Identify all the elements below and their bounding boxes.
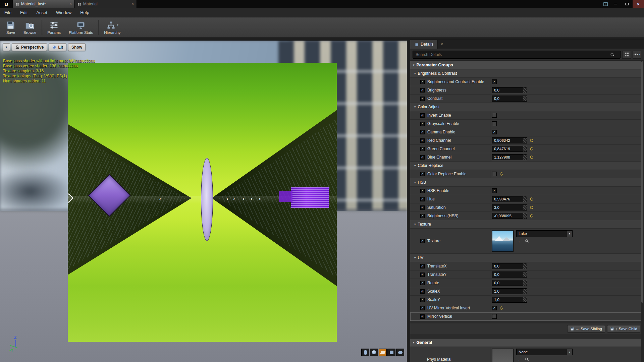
- browse-button[interactable]: Browse: [19, 18, 40, 37]
- texture-select[interactable]: Lake▾: [516, 230, 573, 237]
- value-field[interactable]: 0,590476: [492, 196, 527, 202]
- override-checkbox[interactable]: ✓: [420, 214, 425, 218]
- value-slider-nub[interactable]: [523, 196, 527, 202]
- value-slider-nub[interactable]: [523, 280, 527, 286]
- phys-material-select[interactable]: None▾: [516, 349, 573, 355]
- save-child-button[interactable]: ↓ Save Child: [607, 325, 640, 333]
- value-slider-nub[interactable]: [523, 146, 527, 152]
- value-field[interactable]: 3,0: [492, 204, 527, 210]
- value-slider-nub[interactable]: [523, 213, 527, 219]
- lit-mode-button[interactable]: Lit: [49, 43, 66, 51]
- value-field[interactable]: 0,0: [492, 96, 527, 102]
- close-button[interactable]: ✕: [633, 0, 644, 8]
- value-slider-nub[interactable]: [523, 155, 527, 160]
- parameter-groups-header[interactable]: ▾ Parameter Groups: [410, 61, 644, 69]
- override-checkbox[interactable]: ✓: [420, 113, 425, 118]
- save-sibling-button[interactable]: → Save Sibling: [567, 325, 605, 333]
- use-selected-asset-icon[interactable]: ←: [518, 357, 522, 362]
- scrollbar-thumb[interactable]: [641, 61, 643, 303]
- reset-icon[interactable]: [529, 146, 534, 151]
- perspective-button[interactable]: Perspective: [12, 43, 47, 51]
- value-slider-nub[interactable]: [523, 289, 527, 294]
- override-checkbox[interactable]: ✓: [420, 97, 425, 101]
- mesh-cube-button[interactable]: [387, 349, 395, 356]
- value-field[interactable]: 1,0: [492, 297, 527, 303]
- asset-tab-material[interactable]: Material ×: [75, 0, 137, 8]
- value-field[interactable]: 0,0: [492, 272, 527, 278]
- use-selected-asset-icon[interactable]: ←: [518, 239, 522, 243]
- params-button[interactable]: Params: [43, 18, 65, 37]
- reset-icon[interactable]: [499, 306, 504, 310]
- value-checkbox[interactable]: ✓: [492, 130, 497, 134]
- platform-stats-button[interactable]: Platform Stats: [65, 18, 97, 37]
- value-field[interactable]: 0,0: [492, 280, 527, 286]
- details-scrollbar[interactable]: [641, 61, 644, 362]
- category-color-replace[interactable]: ▾ Color Replace: [410, 162, 644, 170]
- value-field[interactable]: -0,038095: [492, 213, 527, 219]
- menu-file[interactable]: File: [0, 8, 16, 17]
- override-checkbox[interactable]: ✓: [420, 130, 425, 134]
- hierarchy-button[interactable]: ▾ Hierarchy: [100, 18, 124, 37]
- menu-help[interactable]: Help: [76, 8, 94, 17]
- override-checkbox[interactable]: ✓: [420, 306, 425, 310]
- menu-edit[interactable]: Edit: [16, 8, 32, 17]
- override-checkbox[interactable]: ✓: [420, 281, 425, 285]
- menu-window[interactable]: Window: [52, 8, 76, 17]
- value-slider-nub[interactable]: [523, 138, 527, 143]
- reset-icon[interactable]: [529, 197, 534, 201]
- category-color-adjust[interactable]: ▾ Color Adjust: [410, 103, 644, 111]
- reset-icon[interactable]: [499, 172, 504, 176]
- value-checkbox[interactable]: ✓: [492, 314, 497, 319]
- value-field[interactable]: 1,0: [492, 288, 527, 294]
- maximize-button[interactable]: [621, 0, 633, 8]
- asset-tab-material-inst[interactable]: Material_Inst* ×: [13, 0, 75, 8]
- override-checkbox[interactable]: ✓: [420, 189, 425, 193]
- viewport-options-button[interactable]: ▾: [3, 43, 10, 51]
- mesh-plane-button[interactable]: [379, 349, 387, 356]
- override-checkbox[interactable]: ✓: [420, 172, 425, 176]
- override-checkbox[interactable]: ✓: [420, 289, 425, 294]
- override-checkbox[interactable]: ✓: [420, 88, 425, 93]
- value-slider-nub[interactable]: [523, 297, 527, 302]
- preview-viewport[interactable]: › ‹ › ‹ › ‹ ▾ Perspective Lit Show Base …: [0, 40, 407, 362]
- phys-material-thumbnail[interactable]: None: [492, 349, 514, 362]
- value-slider-nub[interactable]: [523, 96, 527, 101]
- minimize-button[interactable]: [610, 0, 621, 8]
- value-checkbox[interactable]: ✓: [492, 188, 497, 193]
- menu-asset[interactable]: Asset: [32, 8, 52, 17]
- category-hsb[interactable]: ▾ HSB: [410, 178, 644, 187]
- details-tab[interactable]: Details: [410, 40, 438, 49]
- details-close-icon[interactable]: ×: [438, 40, 446, 49]
- texture-thumbnail[interactable]: [492, 230, 514, 252]
- view-options-button[interactable]: ▾: [633, 51, 641, 59]
- mesh-teapot-button[interactable]: [396, 349, 404, 356]
- value-field[interactable]: 1,127908: [492, 154, 527, 160]
- show-button[interactable]: Show: [68, 43, 86, 51]
- override-checkbox[interactable]: ✓: [420, 155, 425, 160]
- override-checkbox[interactable]: ✓: [420, 264, 425, 268]
- override-checkbox[interactable]: ✓: [420, 197, 425, 201]
- tab-close-icon[interactable]: ×: [131, 2, 134, 6]
- override-checkbox[interactable]: ✓: [420, 314, 425, 319]
- value-checkbox[interactable]: ✓: [492, 172, 497, 176]
- mesh-cylinder-button[interactable]: [361, 349, 369, 356]
- override-checkbox[interactable]: ✓: [420, 298, 425, 302]
- reset-icon[interactable]: [529, 205, 534, 210]
- override-checkbox[interactable]: ✓: [420, 147, 425, 151]
- value-field[interactable]: 0,847619: [492, 146, 527, 152]
- override-checkbox[interactable]: ✓: [420, 273, 425, 277]
- value-checkbox[interactable]: ✓: [492, 79, 497, 84]
- material-preview-mesh[interactable]: › ‹ › ‹ › ‹: [68, 63, 337, 342]
- mesh-sphere-button[interactable]: [370, 349, 378, 356]
- search-input[interactable]: [413, 51, 621, 59]
- reset-icon[interactable]: [529, 138, 534, 143]
- value-checkbox[interactable]: ✓: [492, 306, 497, 310]
- override-checkbox[interactable]: ✓: [420, 239, 425, 243]
- browse-to-asset-icon[interactable]: [525, 239, 529, 243]
- value-slider-nub[interactable]: [523, 263, 527, 269]
- reset-icon[interactable]: [529, 214, 534, 218]
- value-field[interactable]: 0,0: [492, 87, 527, 93]
- category-texture[interactable]: ▾ Texture: [410, 220, 644, 229]
- value-field[interactable]: 0,0: [492, 263, 527, 269]
- value-slider-nub[interactable]: [523, 87, 527, 93]
